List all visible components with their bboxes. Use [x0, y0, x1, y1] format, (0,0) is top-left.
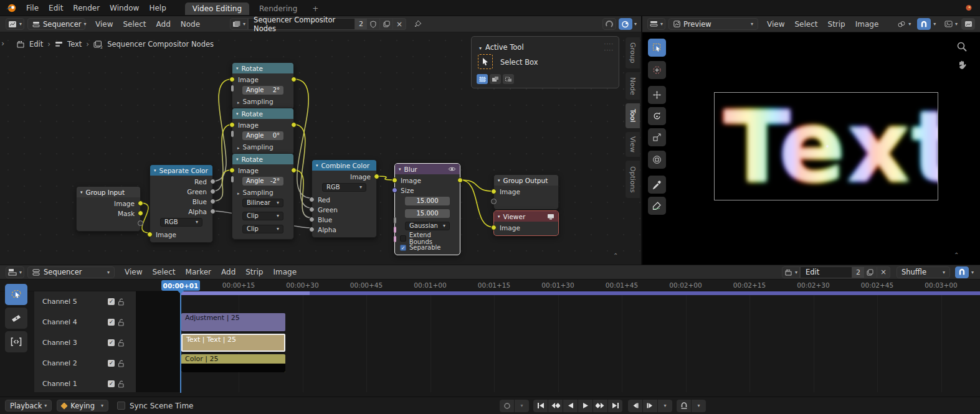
shader-type-select[interactable]: Sequencer ▾: [27, 18, 85, 30]
overlays-toggle-preview[interactable]: [961, 18, 975, 30]
channel-visibility-checkbox[interactable]: ✓: [108, 319, 115, 326]
seq-menu-image[interactable]: Image: [268, 268, 302, 276]
node-header-group-output[interactable]: ▾Group Output: [494, 175, 558, 186]
node-header-rotate-1[interactable]: ▾Rotate: [232, 63, 293, 73]
sidebar-tab-node[interactable]: Node: [626, 72, 640, 100]
socket-out-image[interactable]: [291, 167, 297, 173]
unlink-close-icon[interactable]: ×: [393, 18, 406, 30]
seq-menu-select[interactable]: Select: [148, 268, 181, 276]
channel-lock-icon[interactable]: [118, 360, 125, 367]
preview-menu-strip[interactable]: Strip: [823, 20, 850, 29]
socket-in-alpha[interactable]: [309, 227, 315, 232]
retime-tool-button[interactable]: [5, 331, 27, 352]
channel-lock-icon[interactable]: [118, 339, 125, 347]
pin-icon[interactable]: [414, 20, 422, 28]
number-field[interactable]: 15.000: [405, 197, 450, 205]
play-button[interactable]: [578, 400, 592, 412]
scroll-band[interactable]: [310, 291, 980, 295]
preview-viewport[interactable]: Text Text ⌃: [642, 32, 980, 265]
socket-in-blue[interactable]: [309, 217, 315, 222]
breadcrumb-item-1[interactable]: Text: [67, 40, 82, 49]
select-mode-extend-button[interactable]: [490, 74, 501, 84]
preview-menu-select[interactable]: Select: [790, 20, 823, 29]
jump-to-start-button[interactable]: [533, 400, 548, 412]
strip-color[interactable]: Color | 25: [181, 354, 285, 372]
checkbox-box[interactable]: [400, 235, 406, 242]
channel-lock-icon[interactable]: [118, 298, 125, 306]
select-mode-subtract-button[interactable]: [503, 74, 514, 84]
play-reverse-button[interactable]: [563, 400, 578, 412]
viewer-monitor-icon[interactable]: [547, 214, 554, 220]
strip-adjustment[interactable]: Adjustment | 25: [181, 313, 285, 331]
channel-select[interactable]: Shuffle▾: [897, 266, 950, 278]
socket-out-image[interactable]: [457, 177, 463, 183]
node-group-input[interactable]: ▾Group InputImageMask: [76, 186, 141, 232]
number-field-angle[interactable]: Angle2°: [242, 86, 283, 95]
socket-out-alpha[interactable]: [210, 209, 216, 214]
node-collapse-icon[interactable]: ▾: [498, 214, 500, 219]
timeline-ruler[interactable]: 00:00+1500:00+3000:00+4500:01+0000:01+15…: [0, 280, 980, 291]
node-rotate-3[interactable]: ▾RotateImageAngle-2°▸SamplingBilinear▾Cl…: [232, 153, 294, 240]
scene-users-badge[interactable]: 2: [852, 266, 864, 278]
node-menu-select[interactable]: Select: [118, 20, 151, 29]
socket-out-blue[interactable]: [210, 199, 216, 204]
sync-scene-time-toggle[interactable]: Sync Scene Time: [117, 402, 194, 410]
menu-file[interactable]: File: [21, 0, 44, 16]
socket-out-image[interactable]: [138, 200, 143, 206]
zoom-icon[interactable]: [956, 41, 968, 52]
fake-user-shield-icon[interactable]: [367, 18, 380, 30]
collapsible-panel[interactable]: ▸Sampling: [232, 97, 293, 106]
overlays-dropdown-icon[interactable]: ▾: [634, 21, 637, 27]
channel-visibility-checkbox[interactable]: ✓: [108, 360, 115, 367]
keying-set-dropdown[interactable]: ▾: [515, 400, 529, 412]
node-rotate-1[interactable]: ▾RotateImageAngle2°▸Sampling: [232, 62, 294, 110]
socket-in-image[interactable]: [392, 177, 397, 183]
jump-to-end-button[interactable]: [608, 400, 622, 412]
step-forward-button[interactable]: [643, 400, 657, 412]
sequencer-view-select[interactable]: Sequencer ▾: [27, 266, 115, 278]
dropdown-clip[interactable]: Clip▾: [242, 212, 283, 220]
sequencer-timeline[interactable]: 00:00+1500:00+3000:00+4500:01+0000:01+15…: [0, 280, 980, 397]
rotate-tool-button[interactable]: [648, 107, 666, 125]
seq-snapping-dropdown-icon[interactable]: ▾: [971, 270, 974, 275]
number-field[interactable]: 15.000: [405, 209, 450, 218]
auto-offset-icon[interactable]: [602, 18, 616, 30]
node-header-combine-color[interactable]: ▾Combine Color: [312, 160, 376, 171]
node-preview-eye-icon[interactable]: [448, 166, 456, 172]
channel-visibility-checkbox[interactable]: ✓: [108, 339, 115, 346]
new-scene-icon[interactable]: [864, 266, 877, 278]
panel-expand-icon[interactable]: ▸: [237, 146, 240, 151]
socket-in-red[interactable]: [309, 197, 315, 202]
preview-menu-image[interactable]: Image: [850, 20, 884, 29]
current-frame-badge[interactable]: 00:00+01: [161, 280, 200, 291]
move-tool-button[interactable]: [648, 86, 666, 104]
collapsed-socket[interactable]: [231, 85, 234, 92]
unlink-scene-icon[interactable]: ×: [877, 266, 890, 278]
checkbox-box[interactable]: ✓: [400, 245, 406, 251]
panel-expand-icon[interactable]: ▸: [237, 191, 240, 196]
channel-lock-icon[interactable]: [118, 319, 125, 326]
preview-range-dropdown[interactable]: ▾: [692, 400, 706, 412]
playback-menu[interactable]: Playback▾: [5, 400, 52, 412]
socket-in-image[interactable]: [491, 189, 497, 194]
users-count-badge[interactable]: 2: [355, 18, 367, 30]
editor-type-button-preview[interactable]: ▾: [647, 18, 665, 30]
number-field-angle[interactable]: Angle-2°: [242, 177, 283, 186]
socket-in-size[interactable]: [392, 187, 397, 193]
preview-view-select[interactable]: Preview ▾: [668, 18, 758, 30]
prev-keyframe-button[interactable]: [548, 400, 563, 412]
node-group-output[interactable]: ▾Group OutputImage: [493, 174, 559, 210]
seq-snapping-magnet-icon[interactable]: [955, 266, 969, 278]
select-mode-new-button[interactable]: [477, 74, 488, 84]
gizmo-toggle[interactable]: ▾: [944, 21, 958, 27]
toolbar-toggle-icon[interactable]: ›: [1, 39, 4, 48]
sidebar-tab-view[interactable]: View: [626, 132, 640, 157]
node-blur[interactable]: ▾BlurImageSize15.00015.000Gaussian▾Exten…: [394, 163, 460, 255]
seq-menu-add[interactable]: Add: [216, 268, 240, 276]
collapsed-socket[interactable]: [231, 131, 234, 137]
socket-out-red[interactable]: [210, 179, 216, 184]
frame-step-dropdown[interactable]: ▾: [658, 400, 672, 412]
node-collapse-icon[interactable]: ▾: [498, 178, 500, 183]
browse-node-tree-button[interactable]: ▾: [230, 18, 248, 30]
node-header-blur[interactable]: ▾Blur: [395, 164, 460, 174]
